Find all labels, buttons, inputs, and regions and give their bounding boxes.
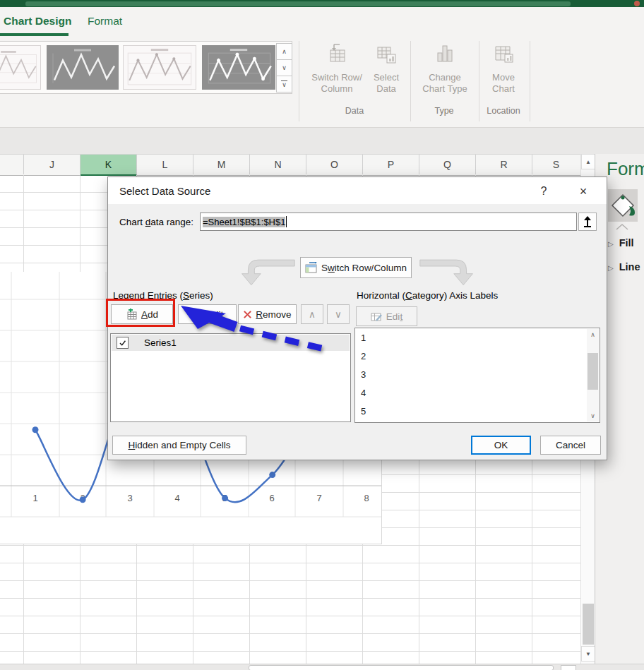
scroll-down-icon: ▼ (585, 651, 591, 657)
axis-list-scrollbar[interactable]: ∧ ∨ (587, 329, 599, 421)
move-down-button[interactable]: ∨ (327, 304, 350, 324)
data-point[interactable] (269, 472, 275, 478)
axis-labels-list[interactable]: 1 2 3 4 5 ∧ ∨ (354, 328, 600, 423)
svg-text:3: 3 (127, 493, 132, 503)
column-header-partial[interactable] (0, 154, 24, 174)
change-chart-type-ribbon-button[interactable]: ChangeChart Type (413, 42, 477, 95)
collapse-dialog-icon (583, 216, 592, 227)
switch-row-column-icon (305, 262, 318, 273)
scroll-up-button[interactable]: ▲ (581, 154, 595, 169)
select-data-source-dialog: Select Data Source ? × Chart data range:… (107, 177, 607, 460)
line-expander[interactable]: ▷Line (608, 261, 640, 273)
move-chart-icon (491, 42, 516, 68)
hidden-empty-cells-button[interactable]: Hidden and Empty Cells (112, 436, 246, 455)
range-picker-button[interactable] (578, 213, 597, 231)
tab-format[interactable]: Format (88, 15, 122, 28)
svg-text:6: 6 (269, 493, 274, 503)
edit-series-icon (191, 309, 203, 320)
legend-entries-list[interactable]: Series1 (110, 333, 351, 422)
ok-button[interactable]: OK (471, 436, 531, 455)
chart-style-thumbnail[interactable] (0, 45, 41, 90)
column-header-q[interactable]: Q (419, 154, 476, 174)
dialog-titlebar[interactable]: Select Data Source ? × (108, 177, 607, 204)
column-header-p[interactable]: P (363, 154, 419, 174)
chevron-up-icon: ∧ (309, 309, 316, 320)
switch-row-column-button[interactable]: Switch Row/Column (300, 257, 412, 278)
column-headers: J K L M N O P Q R S (0, 154, 580, 176)
curved-arrow-right-icon (419, 255, 475, 289)
list-scroll-down-icon[interactable]: ∨ (587, 410, 599, 421)
excel-window: Chart Design Format ∧ ∨ ∨ (0, 0, 644, 670)
axis-item[interactable]: 1 (361, 333, 366, 343)
gallery-more-button[interactable]: ∨ (276, 76, 292, 92)
chevron-down-icon: ∨ (335, 309, 342, 320)
range-value: =Sheet1!$B$1:$H$1 (203, 217, 285, 227)
title-bar (0, 0, 644, 7)
move-up-button[interactable]: ∧ (301, 304, 323, 324)
axis-item[interactable]: 2 (361, 351, 366, 361)
column-header-j[interactable]: J (24, 154, 80, 174)
column-header-r[interactable]: R (476, 154, 532, 174)
ribbon-tab-row: Chart Design Format (0, 7, 644, 39)
group-label-location: Location (475, 106, 532, 116)
chart-data-range-label: Chart data range: (119, 217, 193, 227)
tab-chart-design[interactable]: Chart Design (4, 15, 71, 28)
chart-data-range-input[interactable]: =Sheet1!$B$1:$H$1 (200, 213, 577, 231)
gallery-down-button[interactable]: ∨ (276, 59, 292, 76)
scrollbar-thumb[interactable] (583, 604, 594, 645)
remove-button[interactable]: Remove (238, 304, 297, 324)
move-chart-ribbon-button[interactable]: MoveChart (480, 42, 527, 95)
select-data-ribbon-button[interactable]: SelectData (362, 42, 411, 95)
hscroll-thumb[interactable] (249, 665, 554, 670)
gallery-up-button[interactable]: ∧ (276, 43, 292, 60)
chart-style-thumbnail[interactable] (47, 45, 119, 90)
curved-arrow-left-icon (239, 255, 296, 289)
column-header-n[interactable]: N (250, 154, 306, 174)
column-header-m[interactable]: M (193, 154, 250, 174)
data-point[interactable] (32, 426, 39, 433)
search-pill[interactable] (25, 1, 571, 6)
select-data-icon (374, 42, 399, 68)
axis-labels-label: Horizontal (Category) Axis Labels (357, 290, 498, 301)
edit-axis-icon (371, 311, 383, 322)
scroll-down-button[interactable]: ▼ (581, 646, 595, 662)
column-header-s[interactable]: S (532, 154, 580, 174)
ribbon: ∧ ∨ ∨ Switch Row/Column (0, 39, 644, 128)
axis-item[interactable]: 3 (361, 369, 366, 380)
list-scrollbar-thumb[interactable] (588, 353, 598, 390)
formula-bar-area (0, 128, 644, 155)
list-scroll-up-icon[interactable]: ∧ (587, 329, 599, 340)
column-header-o[interactable]: O (306, 154, 363, 174)
column-header-k[interactable]: K (80, 154, 137, 176)
svg-text:8: 8 (364, 493, 369, 503)
add-button-highlight (106, 299, 175, 327)
cancel-button[interactable]: Cancel (540, 436, 601, 455)
horizontal-scrollbar[interactable] (0, 664, 644, 670)
chart-style-thumbnail[interactable] (202, 45, 275, 90)
edit-series-button[interactable]: Edit (178, 304, 237, 324)
fill-expander[interactable]: ▷Fill (608, 237, 634, 249)
axis-item[interactable]: 4 (361, 388, 366, 398)
chart-style-thumbnail[interactable] (123, 45, 196, 90)
close-icon[interactable]: × (571, 182, 595, 201)
data-point[interactable] (80, 496, 86, 503)
dialog-title: Select Data Source (119, 185, 210, 197)
help-button[interactable]: ? (532, 182, 556, 201)
axis-item[interactable]: 5 (361, 406, 366, 417)
checkmark-icon (119, 339, 126, 347)
group-label-type: Type (416, 106, 472, 116)
axis-edit-button[interactable]: Edit (356, 306, 417, 326)
group-separator (299, 41, 299, 121)
hscroll-button[interactable] (561, 665, 576, 670)
change-chart-type-icon (432, 42, 458, 68)
data-point[interactable] (222, 495, 228, 501)
series-row[interactable]: Series1 (112, 335, 350, 351)
pane-caret (615, 223, 629, 230)
series-checkbox[interactable] (117, 337, 129, 349)
fill-line-tab[interactable] (608, 189, 638, 222)
svg-text:4: 4 (174, 493, 179, 503)
svg-text:1: 1 (32, 493, 37, 503)
switch-row-column-ribbon-button[interactable]: Switch Row/Column (304, 42, 370, 95)
group-label-data: Data (326, 106, 383, 116)
column-header-l[interactable]: L (137, 154, 193, 174)
